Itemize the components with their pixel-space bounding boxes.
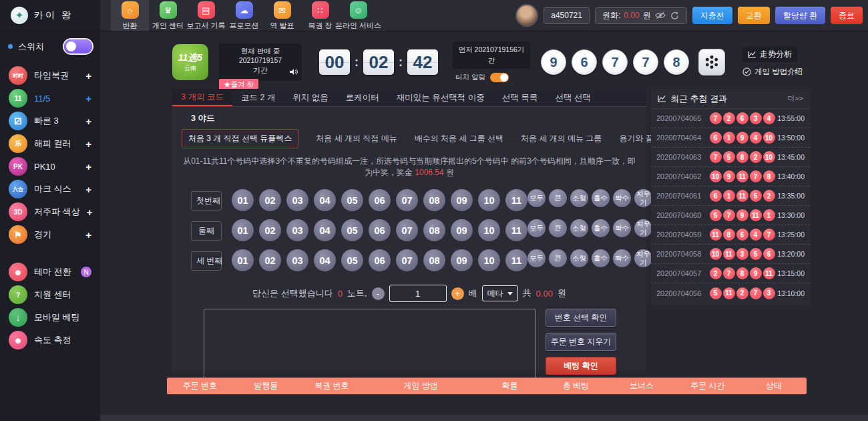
touch-alert-toggle[interactable]: [490, 73, 509, 82]
number-ball[interactable]: 09: [451, 219, 473, 241]
number-ball[interactable]: 05: [341, 219, 363, 241]
tab-selection[interactable]: 선택 선택: [546, 89, 599, 106]
tab-fun-optional[interactable]: 재미있는 유선택적 이중: [388, 89, 493, 106]
number-ball[interactable]: 01: [232, 219, 254, 241]
expand-plus-icon[interactable]: +: [85, 229, 91, 241]
number-ball[interactable]: 06: [369, 219, 391, 241]
quick-select-button[interactable]: 짝수: [613, 189, 631, 207]
quick-select-button[interactable]: 큰: [549, 249, 567, 267]
sidebar-item-support-center[interactable]: ? 지원 센터: [0, 283, 100, 306]
number-ball[interactable]: 05: [341, 189, 363, 211]
number-ball[interactable]: 08: [423, 219, 445, 241]
subtab-front3-direct[interactable]: 처음 세 개의 직접 메뉴: [316, 133, 397, 144]
quick-select-button[interactable]: 소형: [570, 189, 588, 207]
unit-dropdown[interactable]: 메타: [482, 285, 518, 301]
expand-plus-icon[interactable]: +: [85, 116, 91, 127]
number-ball[interactable]: 02: [259, 249, 281, 271]
number-ball[interactable]: 04: [314, 189, 336, 211]
quick-select-button[interactable]: 모두: [527, 189, 546, 207]
quick-select-button[interactable]: 홀수: [592, 189, 610, 207]
subtab-front3-group[interactable]: 배수의 처음 세 그룹 선택: [415, 133, 503, 144]
nav-announcement[interactable]: ✉ 역 발표: [263, 0, 301, 31]
sidebar-item-mark-six[interactable]: 六合 마크 식스 +: [0, 178, 100, 200]
subtab-front3-duplex[interactable]: 처음 3 개 직접 선택 듀플렉스: [182, 129, 298, 148]
expand-plus-icon[interactable]: +: [85, 93, 91, 104]
number-ball[interactable]: 01: [232, 249, 254, 271]
number-ball[interactable]: 09: [451, 249, 473, 271]
nav-personal-center[interactable]: ♛ 개인 센터: [149, 0, 187, 31]
number-ball[interactable]: 11: [505, 189, 527, 211]
expand-plus-icon[interactable]: +: [87, 206, 93, 218]
quick-select-button[interactable]: 지우기: [634, 249, 652, 267]
nav-online-service[interactable]: ☺ 온라인 서비스: [339, 0, 377, 31]
expand-plus-icon[interactable]: +: [85, 184, 91, 195]
quick-select-button[interactable]: 짝수: [613, 249, 631, 267]
quick-select-button[interactable]: 소형: [570, 219, 588, 237]
tab-no-position[interactable]: 위치 없음: [284, 89, 337, 106]
sidebar-item-low-frequency[interactable]: 3D 저주파 색상 +: [0, 200, 100, 223]
nav-promotion[interactable]: ☁ 프로모션: [225, 0, 263, 31]
quick-select-button[interactable]: 홀수: [592, 249, 610, 267]
number-ball[interactable]: 03: [286, 219, 308, 241]
number-ball[interactable]: 07: [396, 219, 418, 241]
number-ball[interactable]: 06: [369, 189, 391, 211]
hide-balance-button[interactable]: [654, 11, 666, 19]
nav-lottery-hall[interactable]: ∷ 복권 장: [301, 0, 339, 31]
multiplier-input[interactable]: [389, 285, 447, 302]
number-ball[interactable]: 07: [396, 189, 418, 211]
tab-locator[interactable]: 로케이터: [337, 89, 388, 106]
game-method-link[interactable]: 게임 방법介绍: [742, 67, 803, 78]
tab-selection-list[interactable]: 선택 목록: [493, 89, 546, 106]
number-ball[interactable]: 07: [396, 249, 418, 271]
logout-button[interactable]: 종료: [831, 7, 863, 24]
quick-select-button[interactable]: 소형: [570, 249, 588, 267]
sidebar-item-fast-3[interactable]: ⚂ 빠른 3 +: [0, 110, 100, 132]
confirm-selection-button[interactable]: 번호 선택 확인: [546, 309, 616, 327]
sidebar-item-happy-color[interactable]: 乐 해피 컬러 +: [0, 132, 100, 155]
number-ball[interactable]: 06: [369, 249, 391, 271]
refresh-balance-button[interactable]: [670, 11, 680, 20]
order-numbers-textarea[interactable]: [204, 309, 536, 384]
quick-select-button[interactable]: 지우기: [634, 189, 652, 207]
number-ball[interactable]: 02: [259, 189, 281, 211]
number-ball[interactable]: 03: [286, 189, 308, 211]
nav-report-history[interactable]: ▤ 보고서 기록: [187, 0, 225, 31]
sidebar-item-theme-switch[interactable]: ☻ 테마 전환 N: [0, 261, 100, 283]
trend-analysis-link[interactable]: 走势分析: [742, 47, 797, 62]
exchange-button[interactable]: 교환: [738, 7, 770, 24]
quick-select-button[interactable]: 모두: [527, 219, 546, 237]
sidebar-item-mobile-betting[interactable]: ↓ 모바일 베팅: [0, 306, 100, 329]
quick-select-button[interactable]: 지우기: [634, 219, 652, 237]
sidebar-item-speed-test[interactable]: ☻ 속도 측정: [0, 329, 100, 352]
number-ball[interactable]: 08: [423, 189, 445, 211]
number-ball[interactable]: 11: [505, 219, 527, 241]
quota-transfer-button[interactable]: 할당량 환: [775, 7, 825, 24]
tab-three-codes[interactable]: 3 개의 코드: [172, 89, 232, 106]
sidebar-item-time-lottery[interactable]: 时时 타임복권 +: [0, 64, 100, 87]
expand-plus-icon[interactable]: +: [85, 70, 91, 82]
nav-home[interactable]: ⌂ 반환: [111, 0, 149, 31]
number-ball[interactable]: 10: [478, 219, 500, 241]
sidebar-toggle[interactable]: [64, 39, 92, 53]
expand-plus-icon[interactable]: +: [85, 161, 91, 172]
number-ball[interactable]: 10: [478, 189, 500, 211]
app-logo[interactable]: ✦ 카이 왕: [0, 0, 100, 31]
number-ball[interactable]: 01: [232, 189, 254, 211]
number-ball[interactable]: 08: [423, 249, 445, 271]
number-ball[interactable]: 09: [451, 189, 473, 211]
quick-select-button[interactable]: 모두: [527, 249, 546, 267]
increase-button[interactable]: +: [451, 287, 464, 300]
user-avatar[interactable]: [515, 4, 538, 27]
sidebar-item-pk10[interactable]: PK PK10 +: [0, 155, 100, 178]
number-ball[interactable]: 11: [505, 249, 527, 271]
number-ball[interactable]: 02: [259, 219, 281, 241]
quick-select-button[interactable]: 큰: [549, 189, 567, 207]
tab-two-codes[interactable]: 코드 2 개: [232, 89, 284, 106]
number-ball[interactable]: 03: [286, 249, 308, 271]
confirm-bet-button[interactable]: 베팅 확인: [546, 357, 616, 375]
quick-select-button[interactable]: 큰: [549, 219, 567, 237]
number-ball[interactable]: 04: [314, 249, 336, 271]
decrease-button[interactable]: -: [372, 287, 385, 300]
sidebar-item-11-5[interactable]: 11 11/5 +: [0, 87, 100, 110]
clear-order-button[interactable]: 주문 번호 지우기: [546, 333, 616, 351]
